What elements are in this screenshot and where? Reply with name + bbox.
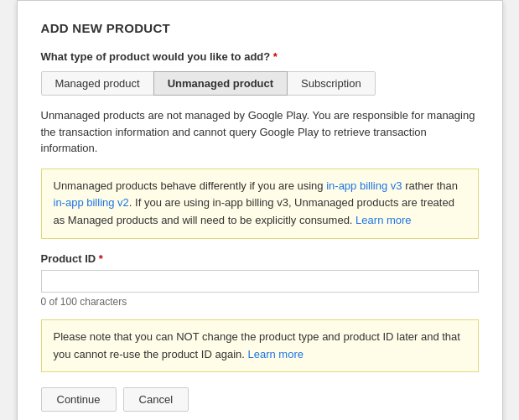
- info-text-before-link1: Unmanaged products behave differently if…: [54, 179, 327, 192]
- continue-button[interactable]: Continue: [41, 387, 117, 412]
- warning-box: Please note that you can NOT change the …: [41, 319, 479, 373]
- add-product-dialog: ADD NEW PRODUCT What type of product wou…: [17, 0, 503, 420]
- in-app-billing-v2-link[interactable]: in-app billing v2: [54, 196, 129, 209]
- tab-subscription[interactable]: Subscription: [287, 71, 376, 96]
- product-id-required-star: *: [99, 252, 103, 265]
- product-type-question: What type of product would you like to a…: [41, 50, 479, 63]
- info-text-between: rather than: [402, 179, 459, 192]
- billing-info-box: Unmanaged products behave differently if…: [41, 169, 479, 239]
- required-star: *: [273, 50, 278, 63]
- dialog-buttons: Continue Cancel: [41, 387, 479, 412]
- dialog-title: ADD NEW PRODUCT: [41, 21, 479, 35]
- product-id-label: Product ID *: [41, 252, 479, 265]
- in-app-billing-v3-link[interactable]: in-app billing v3: [326, 179, 402, 192]
- product-id-input[interactable]: [41, 270, 479, 293]
- info-learn-more-link[interactable]: Learn more: [356, 214, 411, 226]
- warning-learn-more-link[interactable]: Learn more: [247, 348, 303, 360]
- tab-unmanaged-product[interactable]: Unmanaged product: [153, 71, 288, 96]
- tab-managed-product[interactable]: Managed product: [41, 71, 154, 96]
- product-type-tabs: Managed product Unmanaged product Subscr…: [41, 71, 479, 96]
- cancel-button[interactable]: Cancel: [123, 387, 189, 412]
- product-type-description: Unmanaged products are not managed by Go…: [41, 107, 479, 157]
- char-count: 0 of 100 characters: [41, 296, 479, 308]
